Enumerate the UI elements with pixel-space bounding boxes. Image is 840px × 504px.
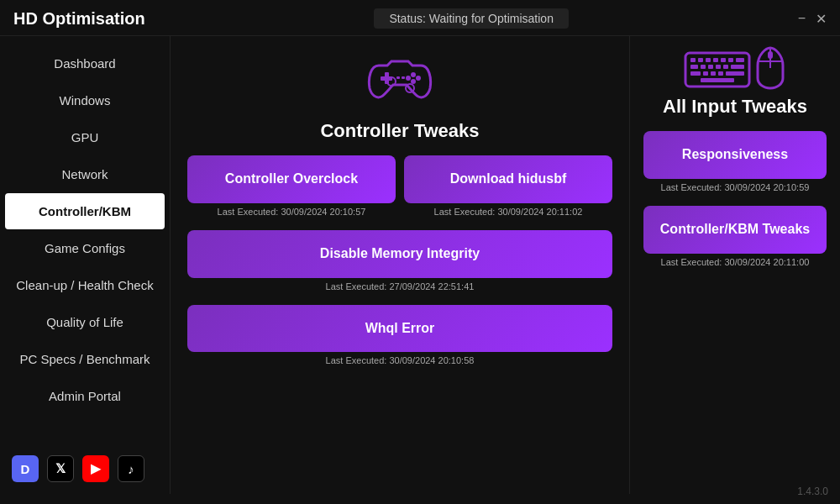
controller-overclock-button[interactable]: Controller Overclock — [187, 155, 396, 203]
svg-rect-11 — [690, 58, 696, 62]
responsiveness-wrapper: Responsiveness Last Executed: 30/09/2024… — [643, 131, 827, 199]
svg-rect-23 — [731, 65, 744, 69]
download-hidusbf-last-executed: Last Executed: 30/09/2024 20:11:02 — [404, 203, 612, 223]
svg-rect-29 — [701, 78, 734, 82]
svg-rect-24 — [690, 71, 701, 76]
download-hidusbf-wrapper: Download hidusbf Last Executed: 30/09/20… — [404, 155, 612, 223]
title-bar: HD Optimisation Status: Waiting for Opti… — [0, 0, 840, 36]
discord-icon[interactable]: D — [12, 455, 39, 482]
svg-rect-6 — [396, 76, 400, 79]
disable-memory-integrity-button[interactable]: Disable Memory Integrity — [187, 230, 612, 278]
controller-btn-row1: Controller Overclock Last Executed: 30/0… — [187, 155, 612, 230]
disable-memory-integrity-wrapper: Disable Memory Integrity Last Executed: … — [187, 230, 612, 298]
window-controls[interactable]: − ✕ — [798, 11, 827, 27]
sidebar-item-windows[interactable]: Windows — [5, 82, 165, 118]
sidebar-item-cleanup[interactable]: Clean-up / Health Check — [5, 267, 165, 303]
responsiveness-button[interactable]: Responsiveness — [643, 131, 827, 179]
social-links: D 𝕏 ▶ ♪ — [0, 444, 170, 494]
svg-point-5 — [411, 79, 416, 84]
controller-kbm-tweaks-wrapper: Controller/KBM Tweaks Last Executed: 30/… — [643, 206, 827, 274]
close-button[interactable]: ✕ — [816, 11, 827, 27]
svg-rect-28 — [726, 71, 744, 76]
svg-rect-18 — [690, 65, 698, 69]
sidebar-item-quality-of-life[interactable]: Quality of Life — [5, 304, 165, 340]
version-label: 1.4.3.0 — [797, 486, 828, 497]
controller-overclock-wrapper: Controller Overclock Last Executed: 30/0… — [187, 155, 396, 223]
app-body: DashboardWindowsGPUNetworkController/KBM… — [0, 36, 840, 494]
svg-rect-27 — [718, 71, 723, 76]
sidebar-item-dashboard[interactable]: Dashboard — [5, 45, 165, 81]
svg-rect-32 — [768, 51, 773, 59]
responsiveness-last-executed: Last Executed: 30/09/2024 20:10:59 — [643, 179, 827, 199]
sidebar-item-network[interactable]: Network — [5, 156, 165, 192]
svg-rect-20 — [708, 65, 713, 69]
download-hidusbf-button[interactable]: Download hidusbf — [404, 155, 612, 203]
input-buttons-grid: Responsiveness Last Executed: 30/09/2024… — [643, 131, 827, 281]
svg-rect-7 — [402, 76, 405, 79]
controller-tweaks-panel: Controller Tweaks Controller Overclock L… — [171, 36, 630, 494]
sidebar-item-game-configs[interactable]: Game Configs — [5, 230, 165, 266]
svg-rect-12 — [698, 58, 703, 62]
svg-rect-17 — [736, 58, 744, 62]
youtube-icon[interactable]: ▶ — [82, 455, 109, 482]
svg-point-2 — [411, 72, 416, 77]
svg-rect-16 — [728, 58, 733, 62]
tiktok-icon[interactable]: ♪ — [118, 455, 144, 482]
svg-rect-15 — [721, 58, 726, 62]
svg-point-4 — [406, 76, 411, 81]
svg-rect-21 — [716, 65, 721, 69]
controller-btn-row2: Disable Memory Integrity Last Executed: … — [187, 230, 612, 305]
svg-rect-19 — [701, 65, 706, 69]
svg-rect-22 — [723, 65, 728, 69]
whql-error-last-executed: Last Executed: 30/09/2024 20:10:58 — [187, 352, 612, 372]
sidebar-item-pc-specs[interactable]: PC Specs / Benchmark — [5, 341, 165, 377]
controller-icon — [366, 45, 433, 115]
sidebar: DashboardWindowsGPUNetworkController/KBM… — [0, 36, 171, 494]
status-label: Status: Waiting for Optimisation — [374, 8, 569, 29]
controller-kbm-tweaks-button[interactable]: Controller/KBM Tweaks — [643, 206, 827, 254]
controller-kbm-tweaks-last-executed: Last Executed: 30/09/2024 20:11:00 — [643, 254, 827, 274]
minimize-button[interactable]: − — [798, 11, 806, 27]
x-icon[interactable]: 𝕏 — [47, 455, 74, 482]
controller-panel-title: Controller Tweaks — [320, 120, 479, 142]
whql-error-wrapper: Whql Error Last Executed: 30/09/2024 20:… — [187, 305, 612, 373]
sidebar-item-admin-portal[interactable]: Admin Portal — [5, 378, 165, 414]
sidebar-item-controller-kbm[interactable]: Controller/KBM — [5, 193, 165, 229]
sidebar-item-gpu[interactable]: GPU — [5, 119, 165, 155]
all-input-tweaks-panel: All Input Tweaks Responsiveness Last Exe… — [630, 36, 840, 494]
svg-rect-14 — [713, 58, 718, 62]
whql-error-button[interactable]: Whql Error — [187, 305, 612, 353]
svg-rect-13 — [706, 58, 711, 62]
svg-rect-26 — [711, 71, 716, 76]
controller-btn-row3: Whql Error Last Executed: 30/09/2024 20:… — [187, 305, 612, 380]
svg-rect-25 — [703, 71, 708, 76]
controller-overclock-last-executed: Last Executed: 30/09/2024 20:10:57 — [187, 203, 396, 223]
main-content: Controller Tweaks Controller Overclock L… — [171, 36, 840, 494]
svg-point-3 — [416, 76, 421, 81]
disable-memory-integrity-last-executed: Last Executed: 27/09/2024 22:51:41 — [187, 278, 612, 298]
input-panel-title: All Input Tweaks — [663, 96, 807, 118]
input-icons — [684, 45, 786, 91]
controller-buttons-grid: Controller Overclock Last Executed: 30/0… — [187, 155, 612, 379]
app-title: HD Optimisation — [13, 9, 145, 29]
